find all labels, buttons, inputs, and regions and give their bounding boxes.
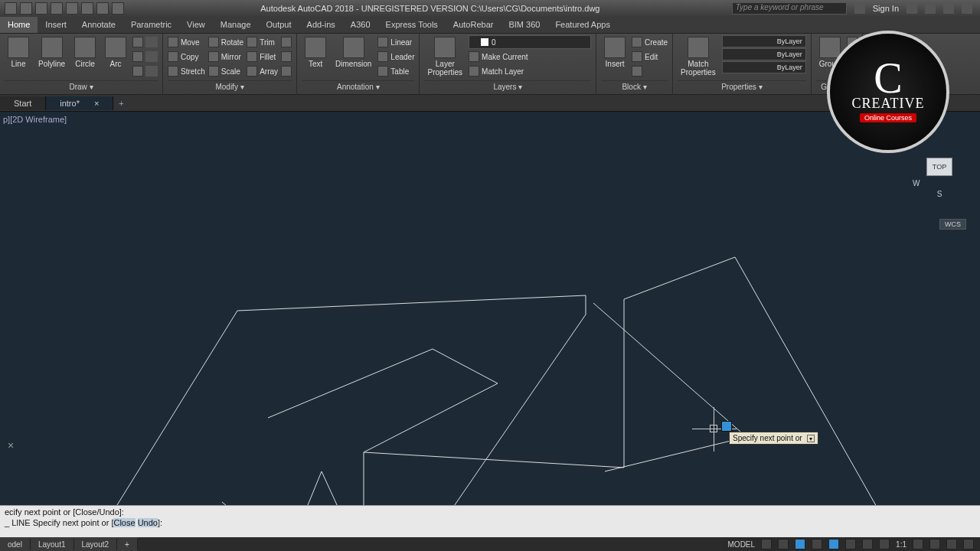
new-icon[interactable] — [20, 2, 32, 15]
leader-button[interactable]: Leader — [377, 50, 414, 64]
array-button[interactable]: Array — [247, 64, 278, 78]
panel-modify-title[interactable]: Modify ▾ — [168, 80, 292, 93]
layout-1[interactable]: Layout1 — [31, 539, 74, 550]
stretch-button[interactable]: Stretch — [168, 64, 205, 78]
linear-button[interactable]: Linear — [377, 35, 414, 49]
maximize-icon[interactable] — [962, 3, 972, 14]
dimension-button[interactable]: Dimension — [332, 35, 374, 70]
ortho-icon[interactable] — [795, 539, 805, 549]
layer-properties-button[interactable]: Layer Properties — [424, 35, 466, 78]
tab-manage[interactable]: Manage — [213, 17, 259, 33]
match-properties-button[interactable]: Match Properties — [678, 35, 719, 78]
modify-extra2[interactable] — [281, 50, 292, 64]
polyline-button[interactable]: Polyline — [35, 35, 68, 70]
text-button[interactable]: Text — [302, 35, 329, 70]
trim-button[interactable]: Trim — [247, 35, 278, 49]
panel-draw-title[interactable]: Draw ▾ — [5, 80, 158, 93]
lineweight-dropdown[interactable]: ByLayer — [722, 48, 806, 60]
panel-properties-title[interactable]: Properties ▾ — [678, 80, 806, 93]
panel-layers-title[interactable]: Layers ▾ — [424, 80, 591, 93]
status-model[interactable]: MODEL — [728, 540, 756, 549]
tab-view[interactable]: View — [179, 17, 213, 33]
make-current-button[interactable]: Make Current — [469, 50, 591, 64]
layout-2[interactable]: Layout2 — [74, 539, 118, 550]
tab-parametric[interactable]: Parametric — [123, 17, 179, 33]
tab-autorebar[interactable]: AutoRebar — [446, 17, 501, 33]
draw-extra3[interactable] — [132, 64, 158, 78]
circle-button[interactable]: Circle — [71, 35, 99, 70]
edit-block-button[interactable]: Edit — [632, 50, 668, 64]
polar-icon[interactable] — [812, 539, 822, 549]
save-icon[interactable] — [51, 2, 63, 15]
draw-extra1[interactable] — [132, 35, 158, 49]
draw-extra2[interactable] — [132, 50, 158, 64]
arc-button[interactable]: Arc — [102, 35, 129, 70]
undo-icon[interactable] — [96, 2, 109, 15]
scale-button[interactable]: Scale — [208, 64, 243, 78]
modify-extra3[interactable] — [281, 64, 292, 78]
customize-icon[interactable] — [963, 539, 974, 549]
command-line[interactable]: ecify next point or [Close/Undo]: _ LINE… — [0, 505, 980, 537]
open-icon[interactable] — [35, 2, 47, 15]
tab-featured[interactable]: Featured Apps — [547, 17, 618, 33]
layout-model[interactable]: odel — [0, 539, 31, 550]
saveas-icon[interactable] — [66, 2, 78, 15]
rotate-button[interactable]: Rotate — [208, 35, 243, 49]
viewcube[interactable]: W TOP S — [913, 158, 966, 227]
fillet-button[interactable]: Fillet — [247, 50, 278, 64]
color-dropdown[interactable]: ByLayer — [722, 35, 806, 47]
new-tab-button[interactable]: + — [113, 99, 129, 108]
help-icon[interactable] — [925, 3, 936, 14]
panel-annotation-title[interactable]: Annotation ▾ — [302, 80, 414, 93]
status-scale[interactable]: 1:1 — [896, 540, 906, 549]
match-layer-button[interactable]: Match Layer — [469, 64, 591, 78]
dynamic-input-box[interactable] — [721, 421, 732, 432]
lwt-icon[interactable] — [862, 539, 873, 549]
tab-a360[interactable]: A360 — [343, 17, 378, 33]
tab-intro[interactable]: intro* × — [46, 96, 113, 110]
tab-output[interactable]: Output — [259, 17, 299, 33]
minimize-icon[interactable] — [943, 3, 954, 14]
grid-icon[interactable] — [761, 539, 772, 549]
isolate-icon[interactable] — [929, 539, 940, 549]
app-menu-icon[interactable] — [5, 2, 17, 15]
line-button[interactable]: Line — [5, 35, 32, 70]
cmd-option-undo[interactable]: Undo — [138, 518, 158, 527]
tab-annotate[interactable]: Annotate — [74, 17, 123, 33]
table-button[interactable]: Table — [377, 64, 414, 78]
move-button[interactable]: Move — [168, 35, 205, 49]
linetype-dropdown[interactable]: ByLayer — [722, 61, 806, 73]
panel-block-title[interactable]: Block ▾ — [601, 80, 668, 93]
wcs-label[interactable]: WCS — [939, 219, 966, 230]
tab-start[interactable]: Start — [0, 96, 46, 110]
otrack-icon[interactable] — [845, 539, 856, 549]
close-icon[interactable]: × — [94, 99, 99, 108]
tab-insert[interactable]: Insert — [38, 17, 74, 33]
snap-icon[interactable] — [778, 539, 789, 549]
viewport-label[interactable]: p][2D Wireframe] — [3, 115, 67, 124]
options-dropdown-icon[interactable]: ▾ — [807, 435, 815, 442]
signin-label[interactable]: Sign In — [873, 4, 899, 13]
create-block-button[interactable]: Create — [632, 35, 668, 49]
plot-icon[interactable] — [81, 2, 93, 15]
cmd-option-close[interactable]: Close — [113, 518, 135, 527]
insert-button[interactable]: Insert — [601, 35, 629, 70]
block-extra[interactable] — [632, 64, 668, 78]
viewcube-top[interactable]: TOP — [926, 158, 952, 176]
transparency-icon[interactable] — [879, 539, 890, 549]
tab-express[interactable]: Express Tools — [378, 17, 446, 33]
tab-bim360[interactable]: BIM 360 — [501, 17, 547, 33]
drawing-canvas[interactable]: p][2D Wireframe] W TOP S WCS Specify nex… — [0, 112, 980, 505]
clean-icon[interactable] — [946, 539, 957, 549]
layout-add[interactable]: + — [117, 539, 138, 550]
layer-dropdown[interactable]: 0 — [469, 35, 591, 49]
copy-button[interactable]: Copy — [168, 50, 205, 64]
tab-addins[interactable]: Add-ins — [299, 17, 343, 33]
exchange-icon[interactable] — [906, 3, 917, 14]
redo-icon[interactable] — [112, 2, 124, 15]
signin-icon[interactable] — [854, 3, 865, 14]
gear-icon[interactable] — [913, 539, 923, 549]
infocenter-search[interactable]: Type a keyword or phrase — [732, 2, 847, 15]
mirror-button[interactable]: Mirror — [208, 50, 243, 64]
osnap-icon[interactable] — [828, 539, 839, 549]
